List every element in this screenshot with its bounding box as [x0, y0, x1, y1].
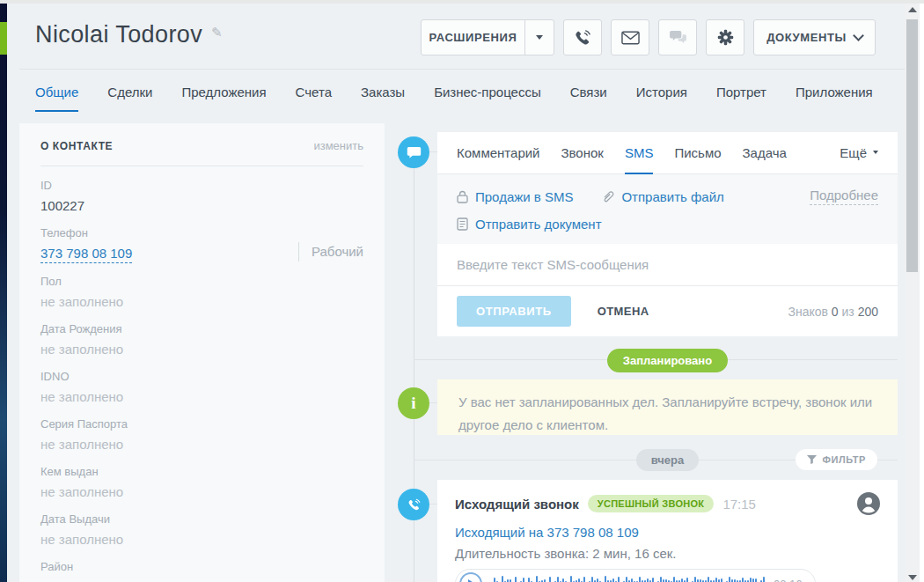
panel-title: О КОНТАКТЕ — [40, 140, 113, 152]
composer-tab-task[interactable]: Задача — [743, 132, 787, 174]
chevron-down-icon — [853, 30, 864, 41]
field-gender: Пол не заполнено — [40, 275, 363, 309]
planned-separator: Запланировано — [437, 349, 898, 372]
field-idno: IDNO не заполнено — [40, 370, 363, 404]
scrollbar-thumb[interactable] — [906, 19, 918, 272]
call-time: 17:15 — [722, 497, 756, 512]
tab-biznes-protsessy[interactable]: Бизнес-процессы — [434, 85, 541, 112]
caret-down-icon — [873, 151, 878, 154]
tab-istoriya[interactable]: История — [636, 85, 687, 112]
details-link[interactable]: Подробнее — [810, 188, 878, 205]
tab-zakazy[interactable]: Заказы — [361, 85, 405, 112]
call-duration: Длительность звонка: 2 мин, 16 сек. — [455, 546, 880, 561]
phone-number-link[interactable]: 373 798 08 109 — [40, 246, 132, 263]
sms-text-input[interactable]: Введите текст SMS-сообщения — [437, 244, 898, 285]
scroll-down-arrow-icon[interactable] — [908, 575, 917, 580]
document-icon — [457, 217, 468, 231]
gear-icon — [716, 28, 735, 47]
composer-tab-letter[interactable]: Письмо — [674, 132, 721, 174]
collapsed-nav-rail — [0, 4, 7, 582]
header-divider — [19, 69, 905, 70]
top-edge-strip — [0, 0, 924, 4]
nav-rail-active-indicator — [0, 22, 7, 55]
composer-more-menu[interactable]: Ещё — [840, 132, 878, 174]
composer-tab-call[interactable]: Звонок — [561, 132, 603, 174]
planned-badge: Запланировано — [607, 349, 728, 372]
info-icon: i — [398, 387, 429, 419]
call-feed-item: Исходящий звонок УСПЕШНЫЙ ЗВОНОК 17:15 И… — [437, 480, 898, 582]
composer-footer: ОТПРАВИТЬ ОТМЕНА Знаков 0 из 200 — [437, 285, 898, 336]
composer-tab-comment[interactable]: Комментарий — [457, 132, 539, 174]
field-issued-by: Кем выдан не заполнено — [40, 465, 363, 499]
tab-svyazi[interactable]: Связи — [570, 85, 607, 112]
play-icon[interactable] — [459, 572, 482, 582]
extensions-dropdown-toggle[interactable] — [525, 35, 554, 40]
tab-scheta[interactable]: Счета — [296, 85, 332, 112]
contact-info-panel: О КОНТАКТЕ изменить ID 100227 Телефон 37… — [19, 123, 385, 582]
header-toolbar: РАСШИРЕНИЯ — [421, 19, 876, 55]
extensions-button[interactable]: РАСШИРЕНИЯ — [421, 19, 554, 55]
edit-link[interactable]: изменить — [313, 139, 363, 152]
field-issue-date: Дата Выдачи не заполнено — [40, 512, 363, 547]
crm-contact-page: Nicolai Todorov✎ РАСШИРЕНИЯ — [0, 0, 924, 582]
call-icon — [398, 489, 429, 520]
tab-portret[interactable]: Портрет — [716, 85, 766, 112]
audio-player: 02:16 — [455, 569, 816, 582]
date-pill: вчера — [636, 449, 699, 471]
right-edge — [920, 4, 924, 582]
field-partial: Район — [40, 560, 363, 573]
tab-predlozheniya[interactable]: Предложения — [181, 85, 266, 112]
sales-sms-link[interactable]: Продажи в SMS — [475, 189, 573, 204]
call-button[interactable] — [563, 19, 602, 55]
note-composer: Комментарий Звонок SMS Письмо Задача Ещё… — [437, 132, 898, 336]
user-avatar-icon — [857, 492, 880, 515]
field-passport-series: Серия Паспорта не заполнено — [40, 417, 363, 452]
send-document-link[interactable]: Отправить документ — [475, 217, 602, 232]
waveform[interactable] — [491, 574, 765, 582]
cancel-button[interactable]: ОТМЕНА — [598, 305, 649, 318]
tab-prilozheniya[interactable]: Приложения — [796, 85, 873, 112]
scroll-up-arrow-icon[interactable] — [908, 7, 917, 12]
no-tasks-note: У вас нет запланированных дел. Запланиру… — [437, 379, 898, 435]
call-title: Исходящий звонок — [455, 497, 579, 512]
composer-tab-sms[interactable]: SMS — [625, 132, 654, 174]
filter-funnel-icon — [807, 455, 817, 464]
tab-obshchie[interactable]: Общие — [35, 85, 78, 112]
field-birthdate: Дата Рождения не заполнено — [40, 322, 363, 357]
call-status-badge: УСПЕШНЫЙ ЗВОНОК — [588, 495, 715, 512]
mail-button[interactable] — [611, 19, 649, 55]
paperclip-icon — [601, 190, 614, 203]
comment-bubble-icon — [398, 136, 429, 168]
audio-time: 02:16 — [774, 578, 803, 582]
chat-button[interactable] — [658, 19, 697, 55]
send-file-link[interactable]: Отправить файл — [621, 189, 723, 204]
lock-icon — [457, 190, 468, 203]
edit-pencil-icon[interactable]: ✎ — [211, 25, 223, 40]
contact-name: Nicolai Todorov — [35, 21, 202, 48]
char-counter: Знаков 0 из 200 — [788, 305, 878, 319]
tab-sdelki[interactable]: Сделки — [107, 85, 152, 112]
call-direction-link[interactable]: Исходящий на 373 798 08 109 — [455, 525, 880, 540]
filter-button[interactable]: ФИЛЬТР — [796, 449, 877, 470]
documents-button[interactable]: ДОКУМЕНТЫ — [753, 19, 876, 55]
chat-bubbles-icon — [669, 30, 687, 45]
mail-icon — [621, 31, 640, 45]
page-title: Nicolai Todorov✎ — [35, 21, 223, 48]
field-id: ID 100227 — [40, 179, 363, 213]
section-tabs: Общие Сделки Предложения Счета Заказы Би… — [35, 85, 873, 112]
caret-down-icon — [536, 35, 543, 40]
sms-options: Продажи в SMS Отправить файл Подробнее — [437, 174, 898, 244]
field-phone: Телефон 373 798 08 109 Рабочий — [40, 226, 363, 262]
phone-icon — [573, 28, 592, 48]
send-button[interactable]: ОТПРАВИТЬ — [457, 296, 571, 327]
divider — [40, 166, 363, 166]
settings-button[interactable] — [706, 19, 744, 55]
composer-tabs: Комментарий Звонок SMS Письмо Задача Ещё — [437, 132, 898, 174]
phone-type-label: Рабочий — [298, 242, 363, 262]
